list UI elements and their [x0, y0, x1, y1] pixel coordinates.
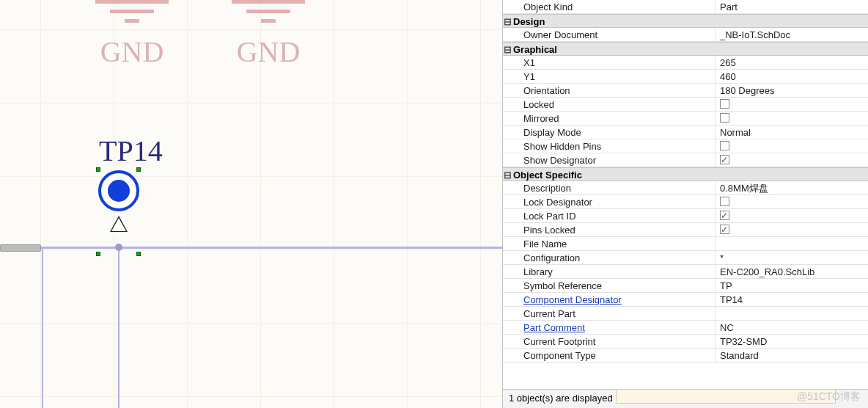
property-row[interactable]: Object Kind Part	[503, 0, 868, 14]
property-value[interactable]: Standard	[716, 349, 868, 362]
property-row[interactable]: Lock Designator	[503, 195, 868, 209]
checkbox[interactable]	[720, 99, 729, 109]
selection-handle[interactable]	[136, 252, 141, 256]
watermark: @51CTO博客	[797, 390, 861, 404]
section-header-object-specific[interactable]: ⊟ Object Specific	[503, 167, 868, 181]
property-value[interactable]: Normal	[716, 125, 868, 139]
property-row[interactable]: Pins Locked	[503, 223, 868, 237]
property-value[interactable]	[716, 237, 868, 250]
property-value[interactable]: 265	[716, 56, 868, 69]
component-designator-label[interactable]: TP14	[99, 134, 163, 168]
property-name: Description	[503, 181, 716, 194]
property-row[interactable]: Description0.8MM焊盘	[503, 181, 868, 195]
property-row[interactable]: Show Designator	[503, 153, 868, 167]
property-name: Lock Part ID	[503, 209, 716, 222]
selection-handle[interactable]	[136, 167, 141, 172]
property-value[interactable]	[716, 209, 868, 222]
selection-handle[interactable]	[96, 167, 100, 172]
property-row[interactable]: Show Hidden Pins	[503, 139, 868, 153]
net-wire[interactable]	[0, 247, 502, 249]
property-value[interactable]: NC	[716, 321, 868, 334]
property-name: Component Type	[503, 349, 716, 362]
property-row[interactable]: Current Part	[503, 307, 868, 321]
property-name: Locked	[503, 98, 716, 111]
property-value[interactable]	[716, 112, 868, 125]
property-row[interactable]: Owner Document _NB-IoT.SchDoc	[503, 28, 868, 42]
scrollbar-stub[interactable]	[0, 244, 41, 252]
property-name: Symbol Reference	[503, 279, 716, 292]
property-row[interactable]: Current FootprintTP32-SMD	[503, 335, 868, 349]
property-row[interactable]: LibraryEN-C200_RA0.SchLib	[503, 265, 868, 279]
property-value[interactable]	[716, 195, 868, 208]
property-row[interactable]: X1265	[503, 56, 868, 70]
collapse-icon[interactable]: ⊟	[503, 15, 512, 27]
property-name: Part Comment	[503, 321, 716, 334]
property-value[interactable]: Part	[716, 0, 868, 13]
property-value[interactable]: TP14	[716, 293, 868, 306]
gnd-label: GND	[95, 34, 169, 69]
checkbox[interactable]	[720, 197, 729, 206]
property-name: Configuration	[503, 251, 716, 264]
property-grid[interactable]: Object Kind Part ⊟ Design Owner Document…	[503, 0, 868, 389]
gnd-symbol[interactable]: GND	[232, 0, 305, 69]
property-row[interactable]: Component DesignatorTP14	[503, 293, 868, 307]
net-wire[interactable]	[42, 247, 43, 408]
property-name: Show Hidden Pins	[503, 139, 716, 153]
property-name: Orientation	[503, 84, 716, 97]
gnd-label: GND	[232, 34, 305, 69]
property-value[interactable]: 0.8MM焊盘	[716, 181, 868, 194]
property-value[interactable]: 460	[716, 70, 868, 83]
property-name: Object Kind	[503, 0, 716, 13]
collapse-icon[interactable]: ⊟	[503, 168, 512, 181]
checkbox[interactable]	[720, 155, 729, 164]
property-name: Current Part	[503, 307, 716, 320]
checkbox[interactable]	[720, 141, 729, 150]
property-row[interactable]: Component TypeStandard	[503, 349, 868, 363]
property-name: Display Mode	[503, 125, 716, 139]
property-name: Library	[503, 265, 716, 278]
property-row[interactable]: Configuration*	[503, 251, 868, 265]
property-name: Show Designator	[503, 153, 716, 167]
selection-handle[interactable]	[96, 252, 100, 256]
property-row[interactable]: Symbol ReferenceTP	[503, 279, 868, 293]
property-row[interactable]: Y1460	[503, 70, 868, 84]
property-value[interactable]	[716, 139, 868, 153]
property-name: File Name	[503, 237, 716, 250]
property-row[interactable]: File Name	[503, 237, 868, 251]
junction-node[interactable]	[115, 244, 122, 251]
property-value[interactable]: EN-C200_RA0.SchLib	[716, 265, 868, 278]
property-value[interactable]: 180 Degrees	[716, 84, 868, 97]
checkbox[interactable]	[720, 225, 729, 234]
section-header-graphical[interactable]: ⊟ Graphical	[503, 42, 868, 56]
property-value[interactable]: TP	[716, 279, 868, 292]
property-row[interactable]: Part CommentNC	[503, 321, 868, 335]
gnd-symbol[interactable]: GND	[95, 0, 169, 69]
collapse-icon[interactable]: ⊟	[503, 43, 512, 55]
testpoint-symbol[interactable]	[98, 170, 139, 211]
section-header-design[interactable]: ⊟ Design	[503, 14, 868, 28]
checkbox[interactable]	[720, 211, 729, 220]
property-value[interactable]	[716, 307, 868, 320]
net-wire[interactable]	[118, 247, 119, 408]
property-value[interactable]: *	[716, 251, 868, 264]
property-name: Component Designator	[503, 293, 716, 306]
property-value[interactable]	[716, 153, 868, 167]
property-value[interactable]: TP32-SMD	[716, 335, 868, 348]
property-name: Mirrored	[503, 112, 716, 125]
property-row[interactable]: Display ModeNormal	[503, 125, 868, 139]
property-name: Current Footprint	[503, 335, 716, 348]
property-value[interactable]	[716, 98, 868, 111]
property-name: Y1	[503, 70, 716, 83]
property-name: Lock Designator	[503, 195, 716, 208]
checkbox[interactable]	[720, 113, 729, 123]
property-name: Pins Locked	[503, 223, 716, 236]
property-row[interactable]: Lock Part ID	[503, 209, 868, 223]
property-row[interactable]: Locked	[503, 98, 868, 112]
property-value[interactable]	[716, 223, 868, 236]
inspector-panel: Object Kind Part ⊟ Design Owner Document…	[502, 0, 868, 408]
property-row[interactable]: Mirrored	[503, 112, 868, 125]
schematic-canvas[interactable]: GND GND TP14	[0, 0, 502, 408]
property-name: X1	[503, 56, 716, 69]
property-row[interactable]: Orientation180 Degrees	[503, 84, 868, 98]
